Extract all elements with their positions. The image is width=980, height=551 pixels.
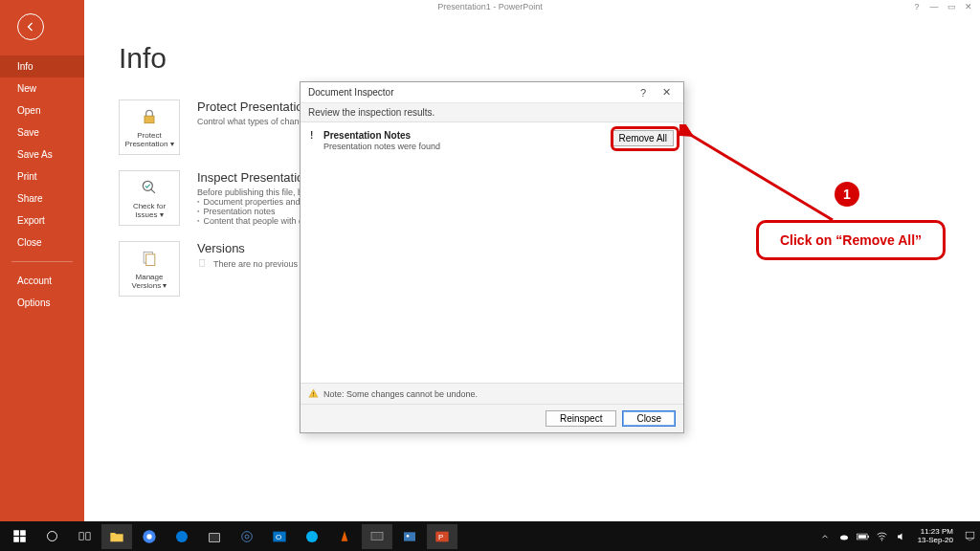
clock-date: 13-Sep-20	[918, 537, 953, 545]
chrome-icon[interactable]	[134, 524, 165, 549]
svg-point-24	[306, 531, 318, 542]
dialog-note: Note: Some changes cannot be undone.	[323, 389, 478, 399]
cortana-icon[interactable]	[36, 524, 67, 549]
dialog-title: Document Inspector	[308, 87, 394, 98]
volume-icon[interactable]	[895, 530, 908, 543]
svg-rect-12	[20, 537, 26, 542]
powerpoint-taskbar-icon[interactable]: P	[427, 524, 457, 549]
annotation-callout: Click on “Remove All”	[756, 220, 946, 260]
store-icon[interactable]	[199, 524, 230, 549]
svg-point-34	[881, 540, 882, 540]
start-button[interactable]	[4, 524, 34, 549]
svg-point-27	[407, 535, 410, 538]
dialog-button-row: Reinspect Close	[301, 404, 683, 432]
wifi-icon[interactable]	[876, 530, 889, 543]
dialog-close-button[interactable]: ✕	[655, 86, 678, 99]
svg-point-21	[242, 531, 253, 541]
photos-icon[interactable]	[394, 524, 425, 549]
svg-rect-9	[13, 530, 19, 536]
edge-icon[interactable]	[167, 524, 197, 549]
dialog-titlebar[interactable]: Document Inspector ? ✕	[301, 82, 683, 103]
taskbar-clock[interactable]: 11:23 PM 13-Sep-20	[914, 528, 957, 545]
svg-point-17	[146, 534, 151, 539]
svg-rect-14	[78, 533, 82, 540]
svg-rect-35	[966, 532, 974, 539]
result-row: ! Presentation Notes Presentation notes …	[310, 130, 674, 151]
reinspect-button[interactable]: Reinspect	[546, 410, 616, 427]
svg-rect-25	[371, 532, 383, 540]
taskbar[interactable]: O P 11:23 PM 13-Sep-20	[0, 521, 980, 551]
battery-icon[interactable]	[857, 530, 870, 543]
warning-icon	[308, 388, 319, 399]
svg-rect-6	[313, 392, 314, 394]
skype-icon[interactable]	[297, 524, 327, 549]
dialog-backdrop: Document Inspector ? ✕ Review the inspec…	[0, 0, 980, 551]
task-view-icon[interactable]	[69, 524, 100, 549]
alert-icon: !	[310, 130, 323, 141]
svg-text:O: O	[276, 533, 281, 541]
file-explorer-icon[interactable]	[101, 524, 132, 549]
result-heading: Presentation Notes	[323, 130, 411, 141]
dialog-help-button[interactable]: ?	[632, 87, 655, 99]
outlook-icon[interactable]: O	[264, 524, 295, 549]
system-tray[interactable]: 11:23 PM 13-Sep-20	[818, 528, 976, 545]
svg-point-13	[47, 532, 56, 541]
remove-all-button[interactable]: Remove All	[612, 130, 674, 146]
svg-rect-26	[404, 532, 415, 540]
dialog-note-row: Note: Some changes cannot be undone.	[301, 383, 683, 404]
svg-text:P: P	[438, 533, 443, 541]
svg-rect-11	[13, 537, 19, 542]
svg-rect-19	[210, 533, 220, 541]
svg-rect-10	[20, 530, 26, 536]
svg-rect-32	[867, 535, 868, 537]
svg-rect-33	[858, 535, 865, 539]
vlc-icon[interactable]	[329, 524, 360, 549]
svg-point-30	[840, 535, 848, 540]
svg-point-18	[176, 531, 188, 542]
dialog-body: ! Presentation Notes Presentation notes …	[301, 122, 683, 383]
tray-chevron-icon[interactable]	[818, 530, 832, 543]
dialog-instruction: Review the inspection results.	[301, 103, 683, 122]
annotation-number-badge: 1	[835, 182, 859, 207]
result-detail: Presentation notes were found	[323, 142, 612, 151]
svg-point-20	[245, 535, 249, 539]
close-button[interactable]: Close	[622, 410, 676, 427]
settings-icon[interactable]	[232, 524, 262, 549]
onedrive-icon[interactable]	[837, 530, 851, 543]
notifications-icon[interactable]	[963, 530, 976, 543]
document-inspector-dialog: Document Inspector ? ✕ Review the inspec…	[300, 81, 684, 433]
svg-rect-15	[85, 533, 89, 540]
snip-icon[interactable]	[362, 524, 392, 549]
svg-rect-7	[313, 395, 314, 396]
